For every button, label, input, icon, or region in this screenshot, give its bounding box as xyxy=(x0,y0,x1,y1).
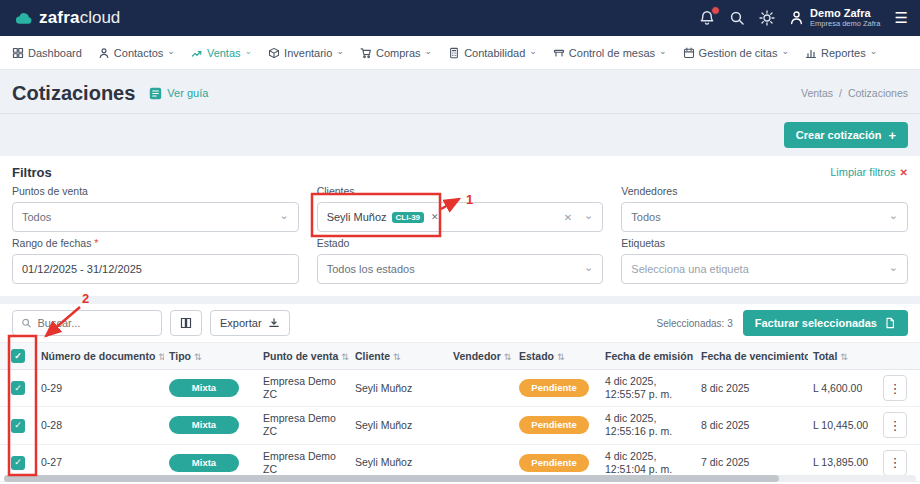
puntos-value: Todos xyxy=(22,211,51,223)
column-header-tipo[interactable]: Tipo⇅ xyxy=(164,343,258,370)
row-actions-button[interactable]: ⋮ xyxy=(883,450,907,476)
cell-total: L 4,600.00 xyxy=(808,370,878,407)
cell-vendedor xyxy=(448,407,514,444)
cloud-logo-icon xyxy=(12,10,34,27)
contacts-icon xyxy=(98,47,110,59)
table-search[interactable] xyxy=(12,310,162,336)
search-input[interactable] xyxy=(38,317,154,329)
column-header-total[interactable]: Total⇅ xyxy=(808,343,878,370)
chevron-down-icon: ⌄ xyxy=(781,46,789,56)
plus-icon: + xyxy=(888,128,896,143)
row-actions-button[interactable]: ⋮ xyxy=(883,412,907,438)
cell-punto: Empresa Demo ZC xyxy=(258,370,350,407)
scrollbar-thumb[interactable] xyxy=(4,475,779,482)
search-icon xyxy=(729,10,745,26)
estado-select[interactable]: Todos los estados ⌄ xyxy=(317,254,604,284)
check-icon: ✓ xyxy=(14,457,22,468)
cell-vendedor xyxy=(448,370,514,407)
user-menu[interactable]: Demo Zafra Empresa demo Zafra xyxy=(789,7,880,28)
kebab-icon: ⋮ xyxy=(889,381,902,396)
etiquetas-select[interactable]: Selecciona una etiqueta ⌄ xyxy=(621,254,908,284)
nav-item-inventario[interactable]: Inventario ⌄ xyxy=(268,47,344,59)
guide-link[interactable]: Ver guía xyxy=(149,87,208,100)
clear-filters-link[interactable]: Limpiar filtros ✕ xyxy=(830,166,908,178)
nav-item-control-de-mesas[interactable]: Control de mesas ⌄ xyxy=(553,47,667,59)
column-header-estado[interactable]: Estado⇅ xyxy=(514,343,600,370)
chevron-down-icon[interactable]: ⌄ xyxy=(889,209,898,222)
create-quote-button[interactable]: Crear cotización + xyxy=(784,122,908,148)
date-range-input[interactable]: 01/12/2025 - 31/12/2025 xyxy=(12,254,299,284)
nav-item-gestion-de-citas[interactable]: Gestion de citas ⌄ xyxy=(683,47,789,59)
vendedores-select[interactable]: Todos ⌄ xyxy=(621,202,908,232)
export-button[interactable]: Exportar xyxy=(210,310,290,336)
column-header-punto-de-venta[interactable]: Punto de venta⇅ xyxy=(258,343,350,370)
guide-icon xyxy=(149,87,162,100)
chevron-down-icon[interactable]: ⌄ xyxy=(889,261,898,274)
chevron-down-icon[interactable]: ⌄ xyxy=(279,209,288,222)
row-checkbox[interactable]: ✓ xyxy=(11,381,25,395)
field-clientes: Clientes Seyli Muñoz CLI-39 ✕ ✕ ⌄ xyxy=(317,180,604,232)
estado-badge: Pendiente xyxy=(519,416,589,434)
theme-toggle-button[interactable] xyxy=(759,10,775,26)
quotes-table: ✓ Número de documento⇅ Tipo⇅ Punto de ve… xyxy=(0,342,920,482)
notifications-button[interactable] xyxy=(699,10,715,26)
search-button[interactable] xyxy=(729,10,745,26)
column-header-fecha-vencimiento[interactable]: Fecha de vencimiento⇅ xyxy=(696,343,808,370)
breadcrumb-parent[interactable]: Ventas xyxy=(801,87,833,99)
brand-logo[interactable]: zafracloud xyxy=(12,8,120,28)
nav-item-reportes[interactable]: Reportes ⌄ xyxy=(805,47,877,59)
cell-vencimiento: 8 dic 2025 xyxy=(696,370,808,407)
hamburger-icon: ☰ xyxy=(895,9,908,27)
appointments-icon xyxy=(683,47,695,59)
puntos-select[interactable]: Todos ⌄ xyxy=(12,202,299,232)
nav-item-dashboard[interactable]: Dashboard xyxy=(12,47,82,59)
estado-badge: Pendiente xyxy=(519,454,589,472)
clientes-select[interactable]: Seyli Muñoz CLI-39 ✕ ✕ ⌄ xyxy=(317,202,604,232)
cell-vencimiento: 8 dic 2025 xyxy=(696,407,808,444)
chevron-down-icon[interactable]: ⌄ xyxy=(584,209,593,222)
column-header-cliente[interactable]: Cliente⇅ xyxy=(350,343,448,370)
sort-icon: ⇅ xyxy=(341,352,349,362)
nav-label: Control de mesas xyxy=(569,47,655,59)
chevron-down-icon: ⌄ xyxy=(245,46,253,56)
actions-row: Crear cotización + xyxy=(0,114,920,156)
table-toolbar: Exportar Seleccionadas: 3 Facturar selec… xyxy=(0,310,920,336)
nav-label: Compras xyxy=(376,47,421,59)
row-actions-button[interactable]: ⋮ xyxy=(883,375,907,401)
row-checkbox[interactable]: ✓ xyxy=(11,456,25,470)
nav-item-contabilidad[interactable]: Contabilidad ⌄ xyxy=(448,47,537,59)
selected-client-name: Seyli Muñoz xyxy=(327,211,387,223)
row-checkbox[interactable]: ✓ xyxy=(11,419,25,433)
select-all-checkbox[interactable]: ✓ xyxy=(11,349,25,363)
nav-item-contactos[interactable]: Contactos ⌄ xyxy=(98,47,175,59)
column-header-fecha-emision[interactable]: Fecha de emisión⇅ xyxy=(600,343,696,370)
column-header-vendedor[interactable]: Vendedor⇅ xyxy=(448,343,514,370)
estado-label: Estado xyxy=(317,237,604,250)
cell-punto: Empresa Demo ZC xyxy=(258,407,350,444)
sort-icon: ⇅ xyxy=(393,352,401,362)
column-toggle-button[interactable] xyxy=(170,310,202,336)
rango-label: Rango de fechas xyxy=(12,237,91,249)
horizontal-scrollbar[interactable] xyxy=(4,475,916,482)
create-quote-label: Crear cotización xyxy=(796,129,882,141)
invoice-selected-button[interactable]: Facturar seleccionadas xyxy=(743,310,908,336)
remove-client-icon[interactable]: ✕ xyxy=(431,212,439,222)
reports-icon xyxy=(805,47,817,59)
user-company: Empresa demo Zafra xyxy=(810,20,880,29)
field-vendedores: Vendedores Todos ⌄ xyxy=(621,180,908,232)
column-header-documento[interactable]: Número de documento⇅ xyxy=(36,343,164,370)
main-nav: Dashboard Contactos ⌄ Ventas ⌄ Inventari… xyxy=(0,36,920,70)
nav-label: Dashboard xyxy=(28,47,82,59)
clear-clients-icon[interactable]: ✕ xyxy=(564,212,572,223)
date-range-value: 01/12/2025 - 31/12/2025 xyxy=(22,263,142,275)
page-title: Cotizaciones xyxy=(12,82,135,104)
nav-item-compras[interactable]: Compras ⌄ xyxy=(360,47,432,59)
nav-item-ventas[interactable]: Ventas ⌄ xyxy=(191,47,252,59)
user-icon xyxy=(789,10,804,25)
vendedores-label: Vendedores xyxy=(621,185,908,198)
check-icon: ✓ xyxy=(14,420,22,431)
purchases-icon xyxy=(360,47,372,59)
menu-button[interactable]: ☰ xyxy=(895,9,908,27)
client-code-badge: CLI-39 xyxy=(392,212,424,223)
chevron-down-icon[interactable]: ⌄ xyxy=(584,261,593,274)
